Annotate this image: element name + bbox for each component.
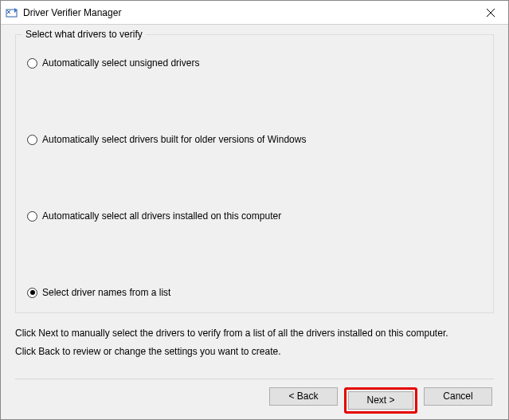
radio-icon	[27, 288, 37, 298]
radio-label: Automatically select drivers built for o…	[42, 134, 306, 145]
client-area: Select what drivers to verify Automatica…	[1, 25, 508, 419]
radio-older-windows-drivers[interactable]: Automatically select drivers built for o…	[27, 134, 482, 145]
close-button[interactable]	[472, 1, 508, 24]
groupbox-title: Select what drivers to verify	[22, 29, 146, 40]
wizard-buttons: < Back Next > Cancel	[15, 387, 494, 414]
radio-icon	[27, 211, 37, 222]
app-icon	[6, 6, 18, 19]
instruction-line: Click Back to review or change the setti…	[15, 343, 494, 361]
radio-icon	[27, 135, 37, 145]
radio-select-from-list[interactable]: Select driver names from a list	[27, 287, 482, 298]
next-button[interactable]: Next >	[348, 391, 413, 410]
instruction-text: Click Next to manually select the driver…	[15, 324, 494, 361]
next-highlight: Next >	[344, 387, 417, 414]
titlebar: Driver Verifier Manager	[1, 1, 508, 25]
radio-all-installed-drivers[interactable]: Automatically select all drivers install…	[27, 210, 482, 222]
radio-group: Automatically select unsigned drivers Au…	[27, 54, 482, 301]
radio-unsigned-drivers[interactable]: Automatically select unsigned drivers	[27, 57, 482, 69]
window-title: Driver Verifier Manager	[23, 7, 472, 18]
close-icon	[487, 9, 495, 17]
radio-label: Select driver names from a list	[42, 287, 170, 298]
cancel-button[interactable]: Cancel	[424, 387, 492, 406]
instruction-line: Click Next to manually select the driver…	[15, 324, 494, 343]
driver-select-groupbox: Select what drivers to verify Automatica…	[15, 34, 494, 313]
radio-label: Automatically select all drivers install…	[42, 210, 281, 222]
radio-label: Automatically select unsigned drivers	[42, 57, 199, 69]
back-button[interactable]: < Back	[269, 387, 338, 406]
radio-icon	[27, 58, 37, 69]
separator	[15, 379, 494, 379]
